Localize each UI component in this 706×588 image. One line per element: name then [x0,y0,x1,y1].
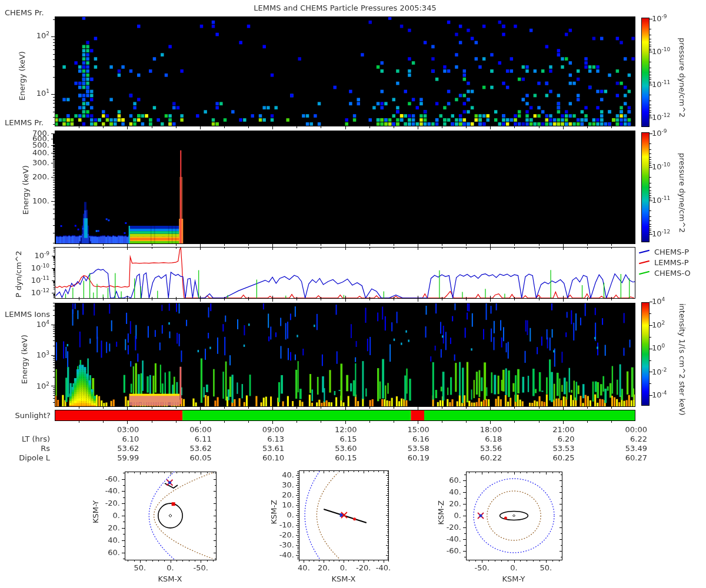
orbit-ytick-label: -40. [93,486,120,495]
colorbar-tick: 10-2 [652,368,667,376]
panel-chems-ylabel: Energy (keV) [18,45,26,101]
orbit-ytick-label: 0. [434,511,461,520]
orbit-ytick-label: -10. [267,520,294,529]
time-axis-value-time: 03:00 [86,425,139,435]
time-axis-column: 00:006.2253.4960.27 [594,425,647,463]
legend-item-chems-o: CHEMS-O [654,269,691,278]
ytick-label: 101 [26,89,49,98]
colorbar-tick: 10-10 [652,162,670,171]
time-axis-value-time: 15:00 [377,425,429,435]
orbit-ytick-label: 20. [93,523,120,532]
ytick-label: 300. [20,158,49,167]
legend-sample-chems-p [639,251,650,252]
colorbar-tick: 10-12 [652,229,670,238]
orbit-xtick-label: 50. [127,563,153,572]
orbit-xz-xlabel: KSM-X [320,574,367,583]
ytick-label: 400. [20,148,49,157]
colorbar-tick: 10-4 [652,390,667,399]
panel-lemms-ylabel: Energy (keV) [21,159,30,215]
orbit-ytick-label: -20. [267,530,294,539]
colorbar-tick: 100 [652,343,665,352]
orbit-ytick-label: 40. [434,487,461,496]
orbit-ytick-label: 0. [93,511,120,520]
time-axis-column: 03:006.1053.6259.99 [86,425,139,463]
orbit-ytick-label: 0. [267,510,294,519]
time-axis-value-lt: 6.13 [231,435,284,444]
ytick-label: 10-12 [22,288,49,297]
time-axis-value-rs: 53.60 [304,444,357,453]
time-axis-value-lt: 6.20 [522,435,575,444]
orbit-ytick-label: 20. [267,490,294,499]
orbit-ytick-label: -20. [434,523,461,532]
time-axis-column: 09:006.1353.6160.10 [231,425,284,463]
time-axis-value-time: 00:00 [594,425,647,435]
time-axis-value-rs: 53.62 [159,444,212,453]
time-axis-value-time: 09:00 [231,425,284,435]
time-axis-column: 06:006.1153.6260.05 [159,425,212,463]
colorbar-tick: 10-11 [652,196,670,205]
legend-sample-lemms-p [639,262,650,263]
time-axis-value-lt: 6.22 [594,435,647,444]
time-axis-column: 18:006.1853.5660.22 [449,425,502,463]
time-axis-value-l: 60.22 [449,453,502,463]
orbit-ytick-label: -30. [267,540,294,549]
time-axis-column: 21:006.2053.5360.25 [522,425,575,463]
row-label-dipole-l: Dipole L [0,453,50,462]
orbit-xtick-label: 0. [158,563,184,572]
time-axis-value-l: 60.27 [594,453,647,463]
orbit-xtick-label: -40. [371,563,397,572]
legend-item-chems-p: CHEMS-P [654,248,689,256]
legend-sample-chems-o [639,272,650,273]
sunlight-label: Sunlight? [4,411,51,420]
orbit-ytick-label: 10. [267,500,294,509]
orbit-ytick-label: 60. [434,476,461,485]
orbit-ytick-label: 20. [434,499,461,508]
panel-pressure-ylabel: P dyn/cm^2 [14,249,23,298]
panel-lemms-label: LEMMS Pr. [5,118,44,127]
colorbar-tick: 10-9 [652,14,667,23]
time-axis-value-l: 60.10 [231,453,284,463]
ytick-label: 103 [26,350,49,359]
colorbar-tick: 104 [652,297,665,306]
ytick-label: 10-10 [22,263,49,272]
orbit-xtick-label: 0. [501,563,527,572]
time-axis-value-l: 60.19 [377,453,429,463]
ytick-label: 102 [26,382,49,390]
time-axis-value-time: 06:00 [159,425,212,435]
time-axis-value-rs: 53.56 [449,444,502,453]
orbit-xy-xlabel: KSM-X [146,574,194,583]
time-axis-value-rs: 53.58 [377,444,429,453]
plot-page: LEMMS and CHEMS Particle Pressures 2005:… [0,0,706,588]
time-axis-value-lt: 6.16 [377,435,429,444]
time-axis-value-rs: 53.62 [86,444,139,453]
row-label-rs: Rs [0,444,50,453]
orbit-ytick-label: -40. [434,534,461,543]
colorbar-tick: 10-10 [652,47,670,56]
time-axis-value-l: 60.25 [522,453,575,463]
time-axis-value-l: 59.99 [86,453,139,463]
orbit-ytick-label: 30. [267,480,294,489]
orbit-xtick-label: -50. [188,563,214,572]
time-axis-value-time: 18:00 [449,425,502,435]
colorbar-tick: 10-9 [652,129,667,138]
time-axis-value-time: 21:00 [522,425,575,435]
time-axis-column: 12:006.1553.6060.15 [304,425,357,463]
row-label-lt: LT (hrs) [0,435,50,443]
colorbar-intensity-label: intensity 1/(s cm^2 ster keV) [678,303,687,416]
panel-ions-label: LEMMS Ions [5,310,50,319]
page-title: LEMMS and CHEMS Particle Pressures 2005:… [55,4,635,12]
colorbar-tick: 102 [652,320,665,329]
legend-item-lemms-p: LEMMS-P [654,258,689,267]
time-axis-value-lt: 6.15 [304,435,357,444]
colorbar-pressure-label: pressure dyne/cm^2 [678,38,687,118]
time-axis-value-time: 12:00 [304,425,357,435]
panel-chems-label: CHEMS Pr. [5,8,44,17]
colorbar-tick: 10-12 [652,113,670,122]
orbit-ytick-label: 40. [93,536,120,544]
ytick-label: 10-11 [22,276,49,285]
ytick-label: 100. [20,196,49,205]
time-axis-value-lt: 6.11 [159,435,212,444]
time-axis-column: 15:006.1653.5860.19 [377,425,429,463]
orbit-ytick-label: -60. [434,546,461,555]
orbit-ytick-label: 60. [93,548,120,557]
